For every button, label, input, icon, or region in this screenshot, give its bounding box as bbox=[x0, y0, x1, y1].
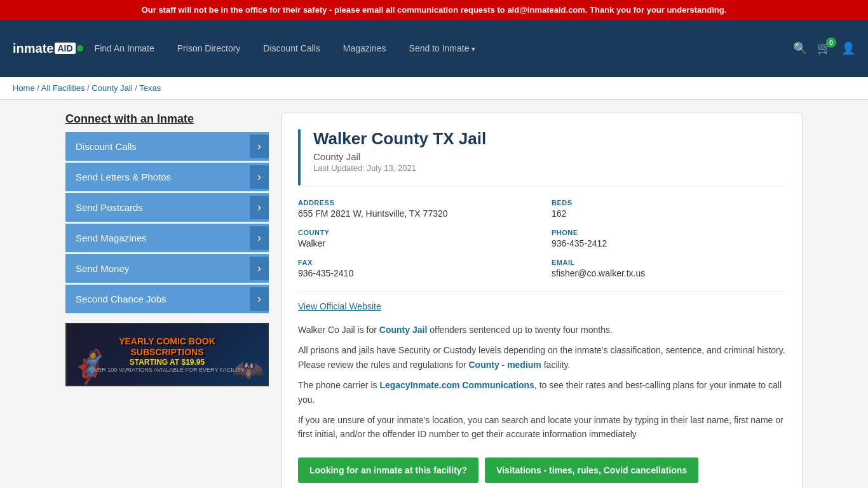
nav-icons: 🔍 🛒 0 👤 bbox=[793, 41, 855, 55]
comic-ad-banner[interactable]: 🦸 YEARLY COMIC BOOKSUBSCRIPTIONS STARTIN… bbox=[65, 323, 269, 386]
header: inmate AID Find An Inmate Prison Directo… bbox=[0, 20, 868, 77]
chevron-right-icon: › bbox=[250, 287, 269, 311]
accent-bar bbox=[298, 129, 301, 186]
address-value: 655 FM 2821 W, Huntsville, TX 77320 bbox=[298, 208, 532, 219]
phone-carrier-link[interactable]: LegacyInmate.com Communications bbox=[379, 380, 534, 390]
facility-content: Walker County TX Jail County Jail Last U… bbox=[281, 112, 803, 488]
action-buttons: Looking for an inmate at this facility? … bbox=[298, 458, 786, 483]
find-inmate-button[interactable]: Looking for an inmate at this facility? bbox=[298, 458, 478, 483]
sidebar-title: Connect with an Inmate bbox=[65, 112, 269, 126]
chevron-right-icon: › bbox=[250, 165, 269, 189]
county-value: Walker bbox=[298, 238, 532, 248]
logo[interactable]: inmate AID bbox=[13, 41, 83, 56]
user-icon[interactable]: 👤 bbox=[841, 41, 855, 55]
chevron-right-icon: › bbox=[250, 135, 269, 158]
logo-aid-text: AID bbox=[55, 43, 75, 54]
sidebar-item-send-postcards[interactable]: Send Postcards › bbox=[65, 193, 269, 222]
nav-find-inmate[interactable]: Find An Inmate bbox=[83, 37, 166, 60]
phone-label: PHONE bbox=[552, 229, 786, 236]
breadcrumb-texas[interactable]: Texas bbox=[139, 83, 161, 93]
desc-para-2: All prisons and jails have Security or C… bbox=[298, 343, 786, 372]
sidebar-second-chance-label: Second Chance Jobs bbox=[76, 294, 166, 304]
alert-text: Our staff will not be in the office for … bbox=[142, 5, 727, 15]
sidebar-item-second-chance-jobs[interactable]: Second Chance Jobs › bbox=[65, 285, 269, 313]
facility-last-updated: Last Updated: July 13, 2021 bbox=[313, 163, 786, 173]
facility-county: COUNTY Walker bbox=[298, 229, 532, 248]
breadcrumb-home[interactable]: Home bbox=[13, 83, 35, 93]
nav-prison-directory[interactable]: Prison Directory bbox=[166, 37, 252, 60]
sidebar-menu: Discount Calls › Send Letters & Photos ›… bbox=[65, 132, 269, 313]
comic-ad-price: STARTING AT $19.95 bbox=[90, 358, 245, 367]
chevron-right-icon: › bbox=[250, 257, 269, 280]
nav-discount-calls[interactable]: Discount Calls bbox=[252, 37, 331, 60]
facility-address: ADDRESS 655 FM 2821 W, Huntsville, TX 77… bbox=[298, 199, 532, 219]
chevron-right-icon: › bbox=[250, 196, 269, 219]
search-icon[interactable]: 🔍 bbox=[793, 41, 807, 55]
sidebar-send-money-label: Send Money bbox=[76, 263, 129, 274]
main-container: Connect with an Inmate Discount Calls › … bbox=[53, 100, 815, 488]
breadcrumb: Home / All Facilities / County Jail / Te… bbox=[0, 77, 868, 100]
facility-beds: BEDS 162 bbox=[552, 199, 786, 219]
logo-dot bbox=[77, 45, 83, 51]
breadcrumb-all-facilities[interactable]: All Facilities bbox=[41, 83, 85, 93]
email-label: EMAIL bbox=[552, 259, 786, 266]
fax-label: FAX bbox=[298, 259, 532, 266]
email-value: sfisher@co.walker.tx.us bbox=[552, 268, 786, 278]
desc-para-4: If you are unsure of your inmate's locat… bbox=[298, 413, 786, 442]
beds-label: BEDS bbox=[552, 199, 786, 207]
official-website-link[interactable]: View Official Website bbox=[298, 301, 381, 311]
county-jail-link[interactable]: County Jail bbox=[379, 325, 427, 335]
sidebar-item-send-money[interactable]: Send Money › bbox=[65, 254, 269, 283]
facility-email: EMAIL sfisher@co.walker.tx.us bbox=[552, 259, 786, 278]
facility-phone: PHONE 936-435-2412 bbox=[552, 229, 786, 248]
visitations-button[interactable]: Visitations - times, rules, Covid cancel… bbox=[485, 458, 698, 483]
comic-ad-fine-print: OVER 100 VARIATIONS AVAILABLE FOR EVERY … bbox=[90, 367, 245, 373]
nav-magazines[interactable]: Magazines bbox=[332, 37, 398, 60]
sidebar-send-postcards-label: Send Postcards bbox=[76, 202, 143, 213]
chevron-right-icon: › bbox=[250, 226, 269, 250]
sidebar: Connect with an Inmate Discount Calls › … bbox=[65, 112, 269, 386]
logo-inmate-text: inmate bbox=[13, 41, 53, 56]
sidebar-discount-calls-label: Discount Calls bbox=[76, 141, 137, 152]
cart-icon[interactable]: 🛒 0 bbox=[817, 41, 831, 55]
facility-type: County Jail bbox=[313, 151, 786, 162]
facility-fax: FAX 936-435-2410 bbox=[298, 259, 532, 278]
county-label: COUNTY bbox=[298, 229, 532, 236]
desc-para-1: Walker Co Jail is for County Jail offend… bbox=[298, 323, 786, 337]
sidebar-item-discount-calls[interactable]: Discount Calls › bbox=[65, 132, 269, 161]
nav-send-to-inmate[interactable]: Send to Inmate bbox=[398, 37, 487, 60]
facility-info-grid: ADDRESS 655 FM 2821 W, Huntsville, TX 77… bbox=[298, 186, 786, 292]
cart-badge: 0 bbox=[826, 37, 836, 48]
comic-ad-content: YEARLY COMIC BOOKSUBSCRIPTIONS STARTING … bbox=[90, 336, 245, 373]
alert-banner: Our staff will not be in the office for … bbox=[0, 0, 868, 20]
beds-value: 162 bbox=[552, 208, 786, 219]
main-nav: Find An Inmate Prison Directory Discount… bbox=[83, 37, 793, 60]
desc-para-3: The phone carrier is LegacyInmate.com Co… bbox=[298, 378, 786, 407]
county-medium-link[interactable]: County - medium bbox=[468, 360, 541, 370]
sidebar-send-letters-label: Send Letters & Photos bbox=[76, 172, 171, 182]
sidebar-send-magazines-label: Send Magazines bbox=[76, 233, 147, 243]
facility-description: Walker Co Jail is for County Jail offend… bbox=[298, 323, 786, 442]
fax-value: 936-435-2410 bbox=[298, 268, 532, 278]
address-label: ADDRESS bbox=[298, 199, 532, 207]
comic-ad-title: YEARLY COMIC BOOKSUBSCRIPTIONS bbox=[90, 336, 245, 358]
breadcrumb-county-jail[interactable]: County Jail bbox=[92, 83, 132, 93]
facility-name: Walker County TX Jail bbox=[313, 129, 786, 149]
phone-value: 936-435-2412 bbox=[552, 238, 786, 248]
sidebar-item-send-magazines[interactable]: Send Magazines › bbox=[65, 224, 269, 252]
sidebar-item-send-letters[interactable]: Send Letters & Photos › bbox=[65, 163, 269, 191]
